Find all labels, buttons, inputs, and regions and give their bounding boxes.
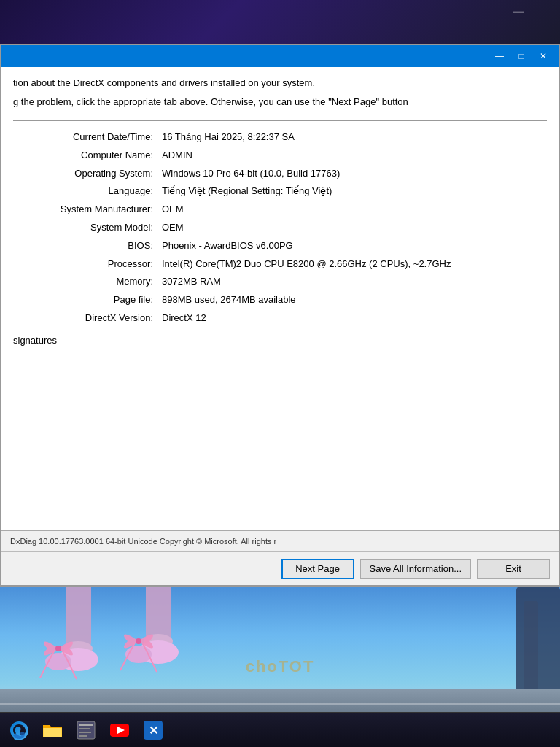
- info-key: BIOS:: [13, 237, 159, 255]
- top-bar: —: [0, 0, 560, 44]
- info-row: Language:Tiếng Việt (Regional Setting: T…: [13, 182, 547, 201]
- system-info-table: Current Date/Time:16 Tháng Hai 2025, 8:2…: [13, 128, 547, 328]
- info-value: Intel(R) Core(TM)2 Duo CPU E8200 @ 2.66G…: [159, 255, 547, 274]
- info-value: DirectX 12: [159, 309, 547, 328]
- info-value: Windows 10 Pro 64-bit (10.0, Build 17763…: [159, 165, 547, 183]
- intro-line1: tion about the DirectX components and dr…: [13, 76, 547, 90]
- info-key: System Model:: [13, 219, 159, 237]
- info-key: Language:: [13, 182, 159, 201]
- svg-rect-13: [79, 724, 93, 726]
- dxdiag-buttons-bar: Next Page Save All Information... Exit: [1, 551, 559, 585]
- info-value: Phoenix - AwardBIOS v6.00PG: [159, 237, 547, 255]
- info-value: OEM: [159, 201, 547, 219]
- ballet-figure: [36, 587, 255, 692]
- info-row: Current Date/Time:16 Tháng Hai 2025, 8:2…: [13, 128, 547, 147]
- divider-top: [13, 120, 547, 121]
- close-button[interactable]: ✕: [534, 49, 553, 63]
- intro-line2: g the problem, click the appropriate tab…: [13, 95, 547, 109]
- svg-rect-16: [79, 735, 87, 737]
- svg-point-9: [136, 638, 141, 644]
- info-key: Current Date/Time:: [13, 128, 159, 147]
- info-key: Processor:: [13, 255, 159, 274]
- dxdiag-window: — □ ✕ tion about the DirectX components …: [0, 44, 560, 587]
- signatures-label: signatures: [13, 335, 547, 346]
- info-value: OEM: [159, 219, 547, 237]
- maximize-button[interactable]: □: [512, 49, 531, 63]
- info-row: Processor:Intel(R) Core(TM)2 Duo CPU E82…: [13, 255, 547, 274]
- info-key: Page file:: [13, 291, 159, 309]
- svg-text:✕: ✕: [149, 724, 158, 737]
- info-row: Memory:3072MB RAM: [13, 273, 547, 291]
- taskbar-icon-xapp[interactable]: ✕: [137, 714, 169, 746]
- info-key: DirectX Version:: [13, 309, 159, 328]
- taskbar: ✕: [0, 712, 560, 747]
- info-key: Computer Name:: [13, 147, 159, 165]
- minimize-dash: —: [513, 6, 524, 18]
- info-value: Tiếng Việt (Regional Setting: Tiếng Việt…: [159, 182, 547, 201]
- svg-rect-14: [79, 728, 90, 729]
- footer-copyright: DxDiag 10.00.17763.0001 64-bit Unicode C…: [10, 537, 276, 546]
- window-controls: — □ ✕: [490, 49, 553, 63]
- taskbar-icon-explorer[interactable]: [36, 714, 69, 746]
- taskbar-icon-youtube[interactable]: [104, 714, 136, 746]
- svg-rect-1: [146, 587, 171, 641]
- save-all-button[interactable]: Save All Information...: [360, 559, 471, 579]
- info-row: Computer Name:ADMIN: [13, 147, 547, 165]
- next-page-button[interactable]: Next Page: [281, 559, 354, 579]
- info-row: System Manufacturer:OEM: [13, 201, 547, 219]
- info-key: Operating System:: [13, 165, 159, 183]
- info-row: Operating System:Windows 10 Pro 64-bit (…: [13, 165, 547, 183]
- info-row: Page file:898MB used, 2674MB available: [13, 291, 547, 309]
- floor-line-1: [0, 703, 560, 705]
- minimize-button[interactable]: —: [490, 49, 509, 63]
- dxdiag-footer: DxDiag 10.00.17763.0001 64-bit Unicode C…: [1, 530, 559, 551]
- info-key: Memory:: [13, 273, 159, 291]
- info-row: BIOS:Phoenix - AwardBIOS v6.00PG: [13, 237, 547, 255]
- info-value: ADMIN: [159, 147, 547, 165]
- info-key: System Manufacturer:: [13, 201, 159, 219]
- svg-point-5: [55, 646, 61, 651]
- exit-button[interactable]: Exit: [477, 559, 550, 579]
- info-value: 3072MB RAM: [159, 273, 547, 291]
- svg-rect-0: [66, 587, 91, 649]
- watermark: choTOT: [246, 657, 315, 676]
- info-value: 16 Tháng Hai 2025, 8:22:37 SA: [159, 128, 547, 147]
- taskbar-icon-taskmanager[interactable]: [70, 714, 102, 746]
- info-row: DirectX Version:DirectX 12: [13, 309, 547, 328]
- taskbar-icon-edge[interactable]: [3, 714, 35, 746]
- svg-rect-11: [524, 601, 538, 703]
- dxdiag-content: tion about the DirectX components and dr…: [1, 67, 559, 585]
- svg-rect-15: [79, 732, 91, 733]
- info-row: System Model:OEM: [13, 219, 547, 237]
- window-titlebar: — □ ✕: [1, 45, 559, 67]
- info-value: 898MB used, 2674MB available: [159, 291, 547, 309]
